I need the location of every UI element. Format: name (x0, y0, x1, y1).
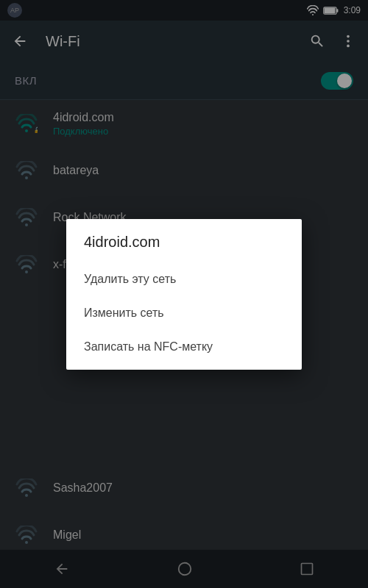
dialog-item-modify[interactable]: Изменить сеть (66, 296, 302, 330)
dialog-title: 4idroid.com (66, 219, 302, 262)
wifi-options-dialog: 4idroid.com Удалить эту сеть Изменить се… (66, 219, 302, 370)
dialog-item-nfc[interactable]: Записать на NFC-метку (66, 330, 302, 364)
dialog-overlay[interactable]: 4idroid.com Удалить эту сеть Изменить се… (0, 0, 368, 588)
dialog-item-delete[interactable]: Удалить эту сеть (66, 262, 302, 296)
